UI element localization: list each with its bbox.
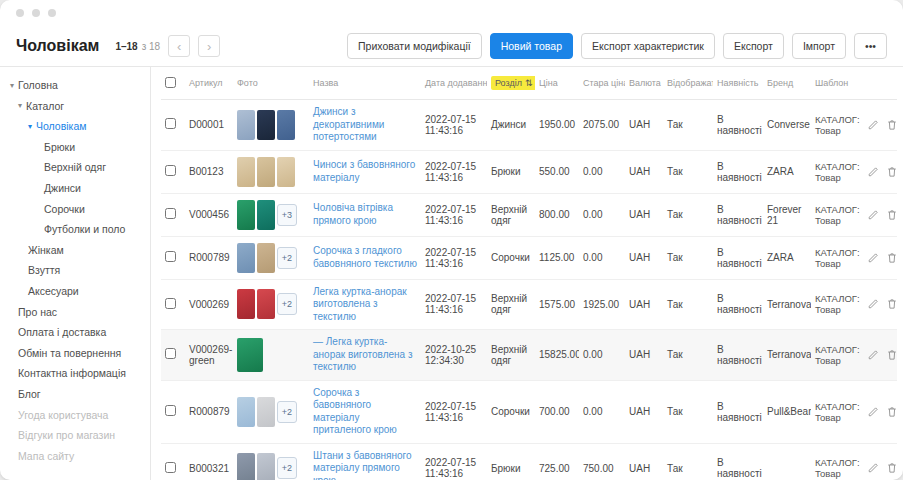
product-name-link[interactable]: Сорочка з гладкого бавовняного текстилю (313, 245, 417, 270)
sidebar-item[interactable]: Брюки (0, 137, 150, 158)
more-photos-badge[interactable]: +2 (277, 247, 297, 269)
product-photo[interactable] (237, 338, 263, 372)
more-actions-button[interactable]: ••• (854, 33, 887, 59)
row-checkbox[interactable] (165, 251, 176, 262)
column-header[interactable]: Ціна (535, 67, 579, 100)
more-photos-badge[interactable]: +2 (277, 293, 297, 315)
sidebar-item[interactable]: Контактна інформація (0, 363, 150, 384)
sidebar-item[interactable]: Жінкам (0, 240, 150, 261)
sidebar-item[interactable]: Оплата і доставка (0, 322, 150, 343)
column-header[interactable]: Дата додавання (421, 67, 487, 100)
sidebar-item[interactable]: Сорочки (0, 199, 150, 220)
sidebar-item[interactable]: ▾Чоловікам (0, 116, 150, 137)
select-all-checkbox[interactable] (165, 77, 176, 88)
row-checkbox[interactable] (165, 348, 176, 359)
hide-modifications-button[interactable]: Приховати модифікації (347, 33, 482, 59)
window-control-icon[interactable] (16, 9, 24, 17)
delete-button[interactable] (886, 209, 897, 221)
delete-button[interactable] (886, 406, 897, 418)
product-photo[interactable] (277, 110, 295, 140)
sidebar-item[interactable]: Футболки и поло (0, 219, 150, 240)
product-photo[interactable] (237, 157, 255, 187)
product-photo[interactable] (257, 397, 275, 427)
product-photo[interactable] (237, 110, 255, 140)
sidebar-item[interactable]: Обмін та повернення (0, 343, 150, 364)
column-header[interactable]: Розділ⇅ (487, 67, 535, 100)
product-photo[interactable] (237, 453, 255, 480)
product-photo[interactable] (257, 157, 275, 187)
delete-button[interactable] (886, 298, 897, 310)
delete-button[interactable] (886, 462, 897, 474)
product-name-link[interactable]: Сорочка з бавовняного матеріалу притален… (313, 387, 417, 437)
sidebar-item[interactable]: Верхній одяг (0, 157, 150, 178)
column-header[interactable]: Стара ціна (579, 67, 625, 100)
export-button[interactable]: Експорт (723, 33, 784, 59)
row-checkbox[interactable] (165, 462, 176, 473)
column-header[interactable]: Назва (309, 67, 421, 100)
window-control-icon[interactable] (32, 9, 40, 17)
column-header[interactable]: Фото (233, 67, 309, 100)
delete-button[interactable] (886, 119, 897, 131)
edit-button[interactable] (867, 349, 879, 361)
delete-button[interactable] (886, 166, 897, 178)
column-header[interactable]: Валюта (625, 67, 663, 100)
sidebar-item[interactable]: ▾Головна (0, 75, 150, 96)
delete-button[interactable] (886, 252, 897, 264)
edit-button[interactable] (867, 298, 879, 310)
export-characteristics-button[interactable]: Експорт характеристик (581, 33, 715, 59)
row-checkbox[interactable] (165, 405, 176, 416)
sidebar-item[interactable]: Відгуки про магазин (0, 425, 150, 446)
window-control-icon[interactable] (48, 9, 56, 17)
table-row: R000879+2Сорочка з бавовняного матеріалу… (161, 380, 897, 443)
sidebar-item[interactable]: Мапа сайту (0, 446, 150, 467)
sidebar-item[interactable]: Блог (0, 384, 150, 405)
product-photo[interactable] (237, 289, 255, 319)
row-checkbox[interactable] (165, 118, 176, 129)
column-header[interactable]: Відображати (663, 67, 713, 100)
sidebar-item[interactable]: ▾Каталог (0, 96, 150, 117)
product-photo[interactable] (237, 243, 255, 273)
product-name-link[interactable]: Чиноси з бавовняного матеріалу (313, 159, 417, 184)
edit-button[interactable] (867, 209, 879, 221)
column-header[interactable]: Бренд (763, 67, 811, 100)
sidebar-item[interactable]: Джинси (0, 178, 150, 199)
more-photos-badge[interactable]: +2 (277, 457, 297, 479)
column-header[interactable]: Наявність (713, 67, 763, 100)
pagination-next-button[interactable]: › (198, 35, 220, 57)
sort-icon[interactable]: ⇅ (525, 78, 533, 88)
column-header[interactable]: Артикул (185, 67, 233, 100)
edit-button[interactable] (867, 406, 879, 418)
product-photo[interactable] (237, 397, 255, 427)
edit-button[interactable] (867, 252, 879, 264)
product-name-link[interactable]: Штани з бавовняного матеріалу прямого кр… (313, 450, 417, 480)
sidebar-item[interactable]: Про нас (0, 302, 150, 323)
product-photo[interactable] (237, 200, 255, 230)
pagination-prev-button[interactable]: ‹ (168, 35, 190, 57)
product-name-link[interactable]: Легка куртка-анорак виготовлена з тексти… (313, 286, 417, 324)
more-photos-badge[interactable]: +3 (277, 204, 297, 226)
product-photo[interactable] (257, 453, 275, 480)
edit-button[interactable] (867, 119, 879, 131)
product-photo[interactable] (257, 243, 275, 273)
product-name-link[interactable]: Джинси з декоративними потертостями (313, 106, 417, 144)
row-checkbox[interactable] (165, 208, 176, 219)
sidebar-item[interactable]: Аксесуари (0, 281, 150, 302)
product-name-link[interactable]: — Легка куртка-анорак виготовлена з текс… (313, 336, 417, 374)
row-checkbox[interactable] (165, 165, 176, 176)
product-name-link[interactable]: Чоловіча вітрівка прямого крою (313, 202, 417, 227)
row-checkbox[interactable] (165, 298, 176, 309)
edit-button[interactable] (867, 166, 879, 178)
sidebar-item[interactable]: Угода користувача (0, 405, 150, 426)
product-photo[interactable] (257, 110, 275, 140)
new-product-button[interactable]: Новий товар (490, 33, 573, 59)
import-button[interactable]: Імпорт (792, 33, 846, 59)
actions-header (863, 67, 897, 100)
edit-button[interactable] (867, 462, 879, 474)
delete-button[interactable] (886, 349, 897, 361)
product-photo[interactable] (257, 200, 275, 230)
sidebar-item[interactable]: Взуття (0, 260, 150, 281)
product-photo[interactable] (277, 157, 295, 187)
more-photos-badge[interactable]: +2 (277, 401, 297, 423)
product-photo[interactable] (257, 289, 275, 319)
column-header[interactable]: Шаблон (811, 67, 863, 100)
